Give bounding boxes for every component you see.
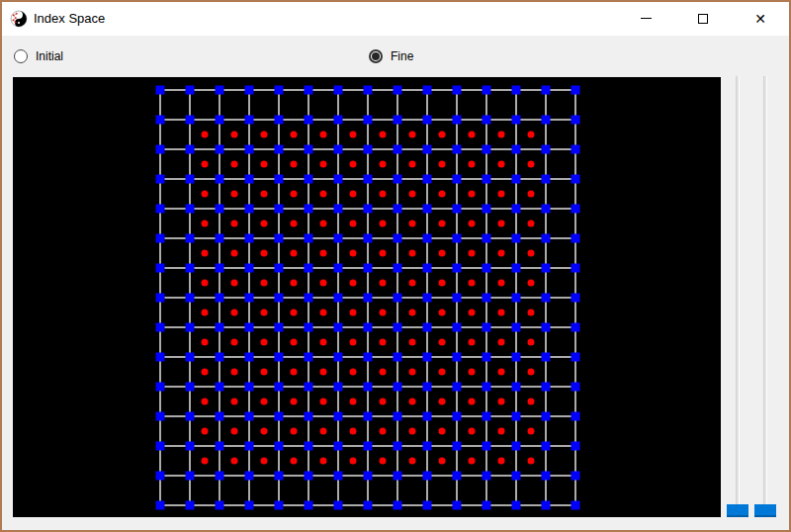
grid-dot[interactable] — [202, 369, 209, 376]
grid-node[interactable] — [216, 353, 224, 362]
grid-node[interactable] — [423, 353, 432, 362]
grid-node[interactable] — [483, 205, 491, 214]
grid-dot[interactable] — [202, 428, 209, 435]
grid-node[interactable] — [483, 442, 491, 451]
grid-node[interactable] — [275, 353, 284, 362]
grid-dot[interactable] — [202, 250, 209, 257]
grid-node[interactable] — [394, 145, 402, 154]
grid-node[interactable] — [453, 264, 462, 273]
grid-dot[interactable] — [498, 458, 505, 465]
grid-dot[interactable] — [409, 280, 416, 287]
grid-node[interactable] — [423, 294, 432, 303]
grid-dot[interactable] — [498, 221, 505, 227]
grid-node[interactable] — [275, 264, 284, 273]
grid-node[interactable] — [186, 472, 195, 481]
grid-dot[interactable] — [528, 280, 535, 287]
grid-node[interactable] — [512, 501, 521, 510]
grid-dot[interactable] — [469, 161, 476, 168]
grid-node[interactable] — [483, 383, 491, 392]
grid-node[interactable] — [423, 145, 432, 154]
grid-node[interactable] — [571, 353, 580, 362]
grid-node[interactable] — [364, 175, 373, 184]
grid-node[interactable] — [423, 264, 432, 273]
grid-dot[interactable] — [320, 161, 327, 168]
grid-node[interactable] — [571, 383, 580, 392]
grid-dot[interactable] — [350, 191, 357, 198]
grid-node[interactable] — [334, 145, 343, 154]
grid-node[interactable] — [305, 234, 313, 243]
grid-dot[interactable] — [202, 191, 209, 198]
grid-node[interactable] — [423, 442, 432, 451]
grid-dot[interactable] — [439, 132, 446, 138]
grid-dot[interactable] — [261, 280, 268, 287]
index-grid[interactable] — [13, 77, 721, 517]
grid-node[interactable] — [156, 234, 165, 243]
grid-dot[interactable] — [350, 280, 357, 287]
grid-node[interactable] — [423, 501, 432, 510]
grid-dot[interactable] — [498, 280, 505, 287]
grid-dot[interactable] — [469, 280, 476, 287]
grid-node[interactable] — [453, 294, 462, 303]
grid-node[interactable] — [512, 442, 521, 451]
grid-dot[interactable] — [469, 428, 476, 435]
grid-node[interactable] — [453, 145, 462, 154]
grid-dot[interactable] — [439, 191, 446, 198]
grid-node[interactable] — [334, 234, 343, 243]
grid-node[interactable] — [571, 264, 580, 273]
grid-dot[interactable] — [380, 280, 387, 287]
grid-node[interactable] — [275, 501, 284, 510]
slider-2-track[interactable] — [763, 76, 767, 517]
grid-node[interactable] — [394, 264, 402, 273]
grid-node[interactable] — [423, 175, 432, 184]
grid-node[interactable] — [275, 294, 284, 303]
grid-node[interactable] — [245, 234, 254, 243]
close-button[interactable]: ✕ — [732, 2, 789, 35]
grid-node[interactable] — [245, 442, 254, 451]
grid-node[interactable] — [571, 145, 580, 154]
grid-node[interactable] — [216, 323, 224, 332]
grid-node[interactable] — [156, 116, 165, 125]
grid-node[interactable] — [305, 323, 313, 332]
grid-node[interactable] — [394, 86, 402, 95]
grid-node[interactable] — [156, 353, 165, 362]
radio-fine-circle[interactable] — [369, 49, 383, 63]
grid-node[interactable] — [334, 86, 343, 95]
grid-dot[interactable] — [469, 369, 476, 376]
grid-node[interactable] — [571, 294, 580, 303]
grid-node[interactable] — [483, 175, 491, 184]
grid-node[interactable] — [571, 234, 580, 243]
grid-dot[interactable] — [498, 161, 505, 168]
grid-dot[interactable] — [202, 310, 209, 316]
grid-node[interactable] — [245, 145, 254, 154]
grid-dot[interactable] — [261, 428, 268, 435]
grid-node[interactable] — [423, 116, 432, 125]
grid-dot[interactable] — [409, 250, 416, 257]
grid-dot[interactable] — [498, 369, 505, 376]
grid-node[interactable] — [423, 383, 432, 392]
grid-node[interactable] — [542, 353, 551, 362]
grid-node[interactable] — [156, 323, 165, 332]
grid-node[interactable] — [364, 116, 373, 125]
grid-dot[interactable] — [380, 369, 387, 376]
grid-node[interactable] — [364, 145, 373, 154]
grid-node[interactable] — [245, 383, 254, 392]
grid-dot[interactable] — [261, 458, 268, 465]
grid-dot[interactable] — [320, 221, 327, 227]
grid-node[interactable] — [483, 412, 491, 421]
grid-dot[interactable] — [469, 339, 476, 346]
grid-node[interactable] — [512, 323, 521, 332]
grid-node[interactable] — [364, 472, 373, 481]
grid-node[interactable] — [245, 294, 254, 303]
grid-node[interactable] — [186, 234, 195, 243]
grid-dot[interactable] — [350, 369, 357, 376]
grid-dot[interactable] — [320, 191, 327, 198]
grid-node[interactable] — [364, 86, 373, 95]
slider-1-track[interactable] — [736, 76, 740, 517]
grid-node[interactable] — [512, 234, 521, 243]
grid-node[interactable] — [216, 383, 224, 392]
grid-dot[interactable] — [528, 369, 535, 376]
grid-node[interactable] — [334, 116, 343, 125]
grid-node[interactable] — [364, 412, 373, 421]
grid-dot[interactable] — [439, 399, 446, 405]
grid-node[interactable] — [275, 86, 284, 95]
